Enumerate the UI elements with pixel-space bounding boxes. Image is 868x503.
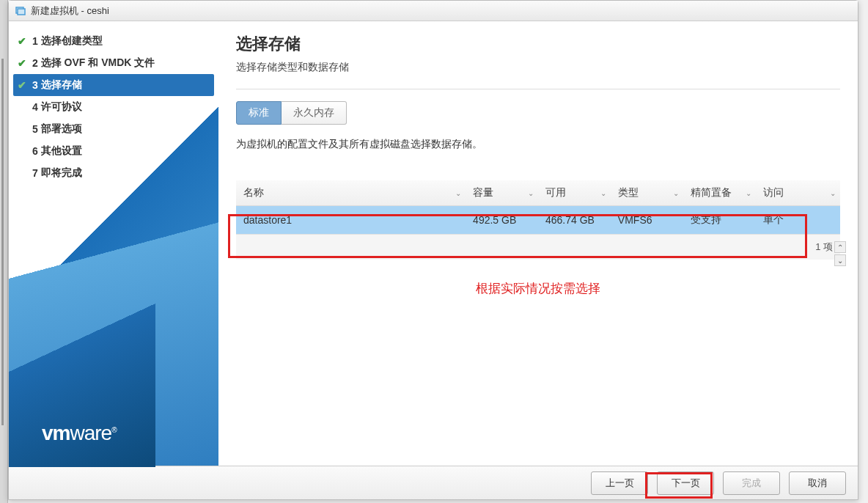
main-panel: 选择存储 选择存储类型和数据存储 标准 永久内存 为虚拟机的配置文件及其所有虚拟… — [218, 21, 858, 467]
tab-standard[interactable]: 标准 — [236, 101, 282, 125]
cell-access: 单个 — [756, 206, 840, 235]
titlebar: 新建虚拟机 - ceshi — [9, 1, 858, 21]
sort-icon[interactable]: ⌄ — [455, 189, 461, 197]
table-footer: 1 项 — [236, 234, 840, 260]
dialog-window: 新建虚拟机 - ceshi ✔1 选择创建类型 ✔2 选择 OVF 和 VMDK… — [8, 0, 858, 500]
cell-available: 466.74 GB — [538, 206, 611, 235]
col-type[interactable]: 类型⌄ — [611, 180, 683, 206]
next-button[interactable]: 下一页 — [657, 471, 714, 495]
back-button[interactable]: 上一页 — [591, 471, 648, 495]
table-row[interactable]: datastore1 492.5 GB 466.74 GB VMFS6 受支持 … — [236, 206, 840, 235]
step-5: 5 部署选项 — [9, 118, 218, 140]
datastore-table: 名称⌄ 容量⌄ 可用⌄ 类型⌄ 精简置备⌄ 访问⌄ datastore1 492… — [236, 180, 840, 234]
storage-type-tabs: 标准 永久内存 — [236, 101, 840, 125]
page-title: 选择存储 — [236, 33, 840, 55]
annotation-text: 根据实际情况按需选择 — [236, 280, 840, 297]
step-4: 4 许可协议 — [9, 96, 218, 118]
sort-icon[interactable]: ⌄ — [528, 189, 534, 197]
scroll-up-icon[interactable]: ⌃ — [834, 241, 846, 253]
col-capacity[interactable]: 容量⌄ — [466, 180, 538, 206]
sort-icon[interactable]: ⌄ — [746, 189, 751, 197]
wizard-steps: ✔1 选择创建类型 ✔2 选择 OVF 和 VMDK 文件 ✔3 选择存储 4 … — [9, 21, 218, 184]
cell-thin: 受支持 — [683, 206, 756, 235]
wizard-sidebar: ✔1 选择创建类型 ✔2 选择 OVF 和 VMDK 文件 ✔3 选择存储 4 … — [9, 21, 218, 467]
step-3[interactable]: ✔3 选择存储 — [13, 74, 214, 96]
step-7: 7 即将完成 — [9, 162, 218, 184]
dialog-footer: 上一页 下一页 完成 取消 — [9, 466, 858, 499]
window-title: 新建虚拟机 - ceshi — [31, 4, 109, 18]
step-1[interactable]: ✔1 选择创建类型 — [9, 30, 218, 52]
sort-icon[interactable]: ⌄ — [673, 189, 679, 197]
col-available[interactable]: 可用⌄ — [538, 180, 611, 206]
divider — [236, 89, 840, 89]
col-thin[interactable]: 精简置备⌄ — [683, 180, 756, 206]
cell-name: datastore1 — [236, 206, 466, 235]
cell-type: VMFS6 — [611, 206, 683, 235]
sort-icon[interactable]: ⌄ — [830, 189, 836, 197]
description-text: 为虚拟机的配置文件及其所有虚拟磁盘选择数据存储。 — [236, 138, 840, 151]
step-6: 6 其他设置 — [9, 140, 218, 162]
vm-icon — [15, 5, 26, 17]
step-2[interactable]: ✔2 选择 OVF 和 VMDK 文件 — [9, 52, 218, 74]
tab-pmem[interactable]: 永久内存 — [282, 101, 347, 125]
svg-rect-1 — [18, 9, 25, 15]
sort-icon[interactable]: ⌄ — [600, 189, 606, 197]
left-window-edge — [0, 0, 8, 503]
col-name[interactable]: 名称⌄ — [236, 180, 466, 206]
vmware-logo: vmware® — [42, 422, 117, 445]
col-access[interactable]: 访问⌄ — [756, 180, 840, 206]
table-scroll: ⌃ ⌄ — [834, 241, 846, 266]
finish-button: 完成 — [723, 471, 780, 495]
scroll-down-icon[interactable]: ⌄ — [834, 254, 846, 266]
page-subtitle: 选择存储类型和数据存储 — [236, 61, 840, 74]
cell-capacity: 492.5 GB — [466, 206, 538, 235]
cancel-button[interactable]: 取消 — [789, 471, 846, 495]
